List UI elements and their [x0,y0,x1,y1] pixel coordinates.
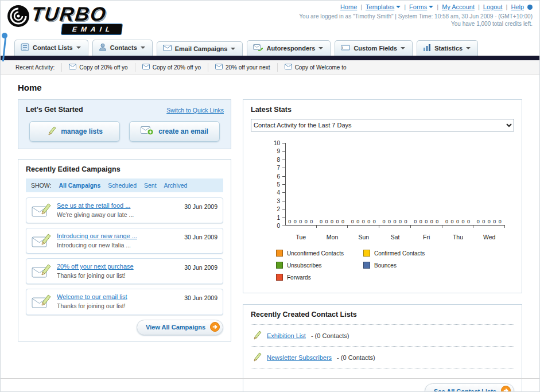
chart-value-labels: 0 0 0 0 0 [473,219,505,224]
campaign-title-link[interactable]: Welcome to our email list [57,293,127,302]
recently-created-lists-panel: Recently Created Contact Lists Exhibitio… [243,304,522,392]
chevron-down-icon [429,6,433,8]
campaign-row[interactable]: Introducing our new range ... Introducin… [26,228,223,254]
nav-tab-contact-lists[interactable]: Contact Lists [14,40,88,56]
create-email-label: create an email [158,127,208,135]
autoresponders-icon [253,44,263,52]
recent-activity-item[interactable]: Copy of 20% off yo [135,63,208,72]
contact-list-link[interactable]: Exhibition List [267,332,306,339]
chevron-down-icon [466,47,471,49]
filter-sent[interactable]: Sent [144,182,157,189]
nav-tab-email-campaigns[interactable]: Email Campaigns [157,41,243,56]
header-link-help[interactable]: Help [511,3,524,10]
campaign-date: 30 Jun 2009 [184,232,217,240]
nav-tab-label: Autoresponders [266,45,315,52]
legend-item: Unsubscribes [276,262,363,269]
contact-list-count: - (0 Contacts) [311,332,349,339]
separator: | [360,3,362,10]
campaign-row[interactable]: 20% off your next purchase Thanks for jo… [26,258,223,284]
pencil-icon [252,330,262,341]
lists-panel-title: Recently Created Contact Lists [251,311,514,319]
chart-plot [285,143,505,226]
header-link-forms[interactable]: Forms [409,3,433,10]
recently-edited-campaigns-panel: Recently Edited Campaigns SHOW: All Camp… [18,159,231,341]
chart-value-labels: 0 0 0 0 0 [317,219,348,224]
recent-activity-text: Copy of Welcome to [295,64,347,71]
stats-panel-title: Latest Stats [251,106,514,114]
legend-label: Unconfirmed Contacts [287,250,344,257]
contact-activity-chart: 109876543210 0 0 0 0 00 0 0 0 00 0 0 0 0… [251,139,514,247]
recent-activity-text: Copy of 20% off yo [153,64,201,71]
y-axis-label: 2 [277,206,280,212]
nav-tab-label: Statistics [434,45,463,52]
recent-activity-item[interactable]: 20% off your next [208,63,277,72]
footer-divider [1,378,539,379]
x-axis-tick [317,226,348,228]
campaign-date: 30 Jun 2009 [184,201,217,210]
campaign-title-link[interactable]: 20% off your next purchase [57,262,134,271]
separator: | [404,3,406,10]
envelope-pencil-icon [32,203,51,219]
y-axis-label: 1 [277,214,280,220]
nav-tab-statistics[interactable]: Statistics [417,40,478,56]
chart-x-ticks [285,226,505,228]
filter-archived[interactable]: Archived [164,182,188,189]
legend-item: Bounces [363,262,450,269]
nav-tab-label: Contacts [110,44,137,51]
legend-item: Confirmed Contacts [363,250,450,257]
y-axis-label: 8 [277,156,280,162]
x-axis-tick [411,226,442,228]
get-started-panel: Let's Get Started Switch to Quick Links … [18,99,231,149]
recent-activity-text: Copy of 20% off yo [79,64,127,71]
chevron-down-icon [318,47,323,49]
filter-all-campaigns[interactable]: All Campaigns [59,182,100,189]
chevron-down-icon [396,6,401,8]
header: TURBO EMAIL Home | Templates | Forms | M… [1,1,539,37]
recent-activity-item[interactable]: Copy of 20% off yo [61,63,134,72]
recent-activity-text: 20% off your next [226,64,270,71]
recent-activity-item[interactable]: Copy of Welcome to [277,63,353,72]
header-link-home[interactable]: Home [340,3,357,10]
create-email-button[interactable]: create an email [129,121,220,142]
campaigns-panel-title: Recently Edited Campaigns [26,165,223,173]
view-all-campaigns-button[interactable]: View All Campaigns [137,320,223,335]
campaign-title-link[interactable]: See us at the retail food ... [57,201,134,211]
contact-list-row[interactable]: Exhibition List - (0 Contacts) [251,325,514,347]
statistics-icon [423,44,431,52]
x-axis-tick [473,226,505,228]
chevron-down-icon [141,46,145,49]
latest-stats-panel: Latest Stats Contact Activity for the La… [243,99,522,293]
campaign-list: See us at the retail food ... We're givi… [26,197,223,315]
switch-to-quick-links[interactable]: Switch to Quick Links [166,107,224,114]
campaign-title-link[interactable]: Introducing our new range ... [57,232,137,241]
legend-swatch [276,250,283,257]
envelope-icon [285,64,292,71]
manage-lists-button[interactable]: manage lists [29,121,120,142]
envelope-icon [142,64,150,71]
campaign-subtitle: Thanks for joining our list! [57,271,134,280]
help-icon[interactable] [527,5,533,10]
show-label: SHOW: [31,182,51,189]
see-all-contact-lists-button[interactable]: See All Contact Lists [425,383,514,392]
right-column: Latest Stats Contact Activity for the La… [243,99,522,392]
contact-list-link[interactable]: Newsletter Subscribers [267,354,332,361]
main-content: Home Let's Get Started Switch to Quick L… [1,75,539,392]
nav-tab-custom-fields[interactable]: Custom Fields [335,40,413,56]
credits-info: You have 1,000 total credits left. [299,21,533,27]
view-all-campaigns-label: View All Campaigns [146,324,205,331]
header-link-templates[interactable]: Templates [366,3,401,10]
separator: | [437,3,438,10]
logo: TURBO EMAIL [6,3,150,35]
campaign-row[interactable]: Welcome to our email list Thanks for joi… [26,289,223,315]
x-axis-label: Wed [473,234,505,240]
nav-tab-autoresponders[interactable]: Autoresponders [247,40,331,56]
nav-tab-contacts[interactable]: Contacts [92,40,153,56]
filter-scheduled[interactable]: Scheduled [108,182,137,189]
stats-range-select[interactable]: Contact Activity for the Last 7 Days [251,119,514,131]
chevron-down-icon [401,47,405,49]
header-link-my-account[interactable]: My Account [442,3,475,10]
page-title: Home [18,83,522,92]
contact-list-row[interactable]: Newsletter Subscribers - (0 Contacts) [251,347,514,368]
header-link-logout[interactable]: Logout [483,3,503,10]
campaign-row[interactable]: See us at the retail food ... We're givi… [26,197,223,223]
